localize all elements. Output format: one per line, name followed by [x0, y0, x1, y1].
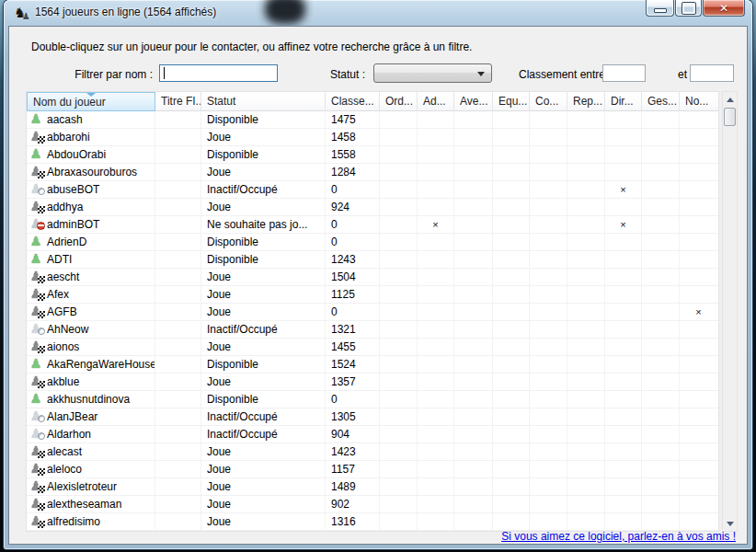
player-rep-mark-cell [567, 286, 605, 303]
table-row[interactable]: ♟addhyaJoue924 [27, 199, 718, 216]
player-status-cell: Ne souhaite pas jo... [201, 216, 326, 233]
chevron-down-icon [477, 72, 485, 76]
player-ges-mark-cell [642, 286, 680, 303]
player-ad-mark-cell [418, 286, 454, 303]
table-row[interactable]: ♟alfredisimoJoue1316 [27, 513, 718, 531]
vertical-scrollbar[interactable] [722, 91, 738, 532]
player-ave-mark-cell [454, 234, 493, 250]
column-header-dir[interactable]: Dir... [605, 92, 642, 111]
share-software-link[interactable]: Si vous aimez ce logiciel, parlez-en à v… [501, 530, 736, 543]
player-ord-mark-cell [380, 321, 418, 338]
player-no-mark-cell [680, 374, 717, 390]
table-row[interactable]: ♟ADTIDisponible1243 [27, 251, 718, 269]
player-equ-mark-cell [493, 339, 530, 355]
table-row[interactable]: ♟alextheseamanJoue902 [27, 496, 718, 513]
rating-max-input[interactable] [690, 64, 734, 82]
pawn-playing-icon: ♟ [29, 269, 42, 284]
player-name: Aldarhon [47, 428, 91, 441]
pawn-playing-icon: ♟ [29, 164, 42, 179]
table-row[interactable]: ♟abuseBOTInactif/Occupé0× [27, 181, 718, 199]
player-co-mark-cell [530, 251, 567, 268]
scroll-up-button[interactable] [723, 92, 737, 107]
column-header-ord[interactable]: Ord... [380, 92, 418, 111]
table-row[interactable]: ♟aacashDisponible1475 [27, 111, 718, 129]
minimize-button[interactable] [646, 0, 674, 17]
column-header-ges[interactable]: Ges... [642, 92, 680, 111]
column-header-co[interactable]: Co... [530, 92, 567, 111]
table-row[interactable]: ♟alelocoJoue1157 [27, 461, 718, 478]
table-row[interactable]: ♟AGFBJoue0× [27, 304, 718, 321]
column-header-name[interactable]: Nom du joueur [27, 92, 155, 111]
column-header-no[interactable]: No... [680, 92, 717, 111]
table-row[interactable]: ♟abbarohiJoue1458 [27, 129, 718, 146]
player-no-mark-cell [680, 234, 717, 250]
arrow-down-icon [727, 522, 734, 526]
player-co-mark-cell [530, 321, 567, 338]
player-no-mark-cell [680, 321, 717, 338]
player-rating-cell: 1455 [326, 339, 380, 355]
player-name-cell: ♟adminBOT [27, 216, 155, 233]
table-row[interactable]: ♟AhNeowInactif/Occupé1321 [27, 321, 718, 339]
filter-name-input[interactable] [159, 64, 278, 82]
column-header-ad[interactable]: Ad... [418, 92, 454, 111]
table-row[interactable]: ♟AbraxasouroburosJoue1284 [27, 164, 718, 181]
client-area: Double-cliquez sur un joueur pour le con… [8, 26, 748, 545]
column-header-classe[interactable]: Classe... [326, 92, 380, 111]
table-row[interactable]: ♟adminBOTNe souhaite pas jo...0×× [27, 216, 718, 234]
player-rating-cell: 1524 [326, 356, 380, 373]
table-row[interactable]: ♟AldarhonInactif/Occupé904 [27, 426, 718, 443]
column-header-ave[interactable]: Ave... [454, 92, 493, 111]
column-header-statut[interactable]: Statut [201, 92, 326, 111]
table-row[interactable]: ♟alecastJoue1423 [27, 443, 718, 461]
titlebar[interactable]: ♞♟ 1564 joueurs en ligne (1564 affichés)… [4, 0, 752, 26]
table-row[interactable]: ♟AlexisletroteurJoue1489 [27, 478, 718, 496]
column-header-equ[interactable]: Equ... [493, 92, 530, 111]
rating-filter-label: Classement entre [519, 67, 605, 82]
player-dir-mark-cell [605, 443, 642, 460]
table-row[interactable]: ♟AfexJoue1125 [27, 286, 718, 304]
column-header-titre[interactable]: Titre FI... [155, 92, 201, 111]
player-name: aleloco [47, 463, 82, 476]
player-name: AhNeow [47, 323, 88, 336]
column-header-rep[interactable]: Rep... [567, 92, 605, 111]
table-row[interactable]: ♟AkaRengaWareHouseDisponible1524 [27, 356, 718, 374]
player-rep-mark-cell [567, 269, 605, 285]
player-ord-mark-cell [380, 234, 418, 250]
rating-min-input[interactable] [602, 64, 646, 82]
close-button[interactable]: ✕ [703, 0, 745, 17]
table-row[interactable]: ♟AbdouOrabiDisponible1558 [27, 146, 718, 164]
table-row[interactable]: ♟AlanJBearInactif/Occupé1305 [27, 408, 718, 426]
player-no-mark-cell [680, 339, 717, 355]
table-row[interactable]: ♟aionosJoue1455 [27, 339, 718, 356]
scrollbar-thumb[interactable] [724, 108, 736, 126]
player-rating-cell: 1157 [326, 461, 380, 477]
table-row[interactable]: ♟akkhusnutdinovaDisponible0 [27, 391, 718, 408]
player-ave-mark-cell [454, 496, 493, 512]
player-ord-mark-cell [380, 111, 418, 128]
player-no-mark-cell [680, 251, 717, 268]
player-status-cell: Joue [201, 304, 326, 320]
player-rating-cell: 1475 [326, 111, 380, 128]
player-title-cell [155, 146, 201, 163]
player-co-mark-cell [530, 513, 567, 530]
player-rating-cell: 902 [326, 496, 380, 512]
status-select[interactable] [373, 63, 492, 83]
player-rating-cell: 1243 [326, 251, 380, 268]
player-equ-mark-cell [493, 443, 530, 460]
player-ad-mark-cell [418, 129, 454, 145]
player-name-cell: ♟Afex [27, 286, 155, 303]
player-co-mark-cell [530, 461, 567, 477]
pawn-available-icon: ♟ [29, 111, 42, 127]
table-row[interactable]: ♟akblueJoue1357 [27, 374, 718, 391]
player-ad-mark-cell: × [418, 216, 454, 233]
wallpaper-chess-piece-silhouette [265, 0, 305, 24]
table-row[interactable]: ♟aeschtJoue1504 [27, 269, 718, 286]
players-table: Nom du joueurTitre FI...StatutClasse...O… [26, 91, 738, 532]
players-grid-header: Nom du joueurTitre FI...StatutClasse...O… [27, 92, 718, 111]
maximize-button[interactable] [675, 0, 702, 17]
player-name-cell: ♟AlanJBear [27, 408, 155, 425]
pawn-available-icon: ♟ [29, 251, 42, 267]
table-row[interactable]: ♟AdrienDDisponible0 [27, 234, 718, 251]
player-rep-mark-cell [567, 199, 605, 215]
scroll-down-button[interactable] [723, 516, 737, 531]
